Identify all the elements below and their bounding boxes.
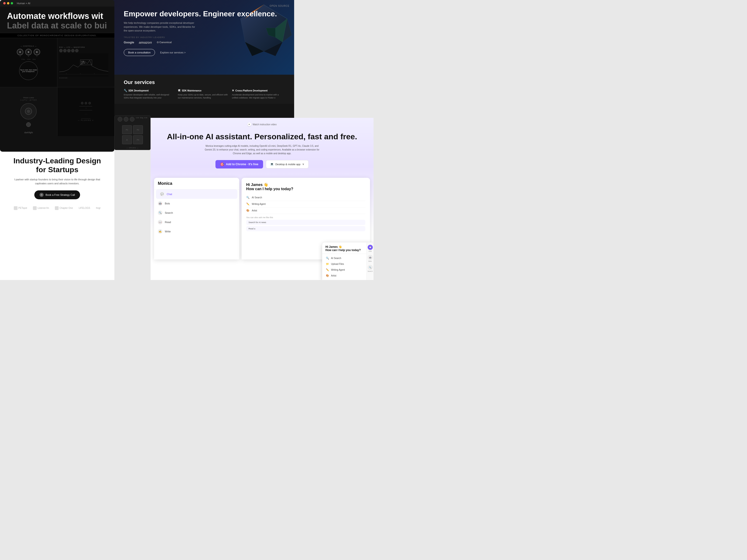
mini-side-chat[interactable]: 💬 chat	[368, 245, 373, 252]
drums-label: — DRUMS —	[126, 147, 139, 150]
watch-video-btn[interactable]: Watch instruction video	[248, 123, 277, 126]
chat-header: Monica	[154, 178, 239, 189]
knob-r: R	[25, 48, 32, 57]
chat-icon: 💬	[160, 192, 164, 196]
camera-lens	[25, 108, 32, 115]
mini-chat-label: chat	[368, 250, 371, 252]
mini-search-label: Search	[367, 270, 372, 272]
add-to-chrome-button[interactable]: 🎯 Add to Chrome · It's free	[215, 160, 263, 168]
chat-sidebar-item-write[interactable]: ✍️ Write	[154, 227, 239, 236]
devtools-window: Empower developers. Engineer excellence.…	[112, 0, 294, 118]
write-icon: ✍️	[158, 229, 162, 234]
mini-popup-items: 🔍 AI Search 📁 Upload Files ✏️ Writing Ag…	[322, 254, 374, 280]
trusted-label: TRUSTED BY INDUSTRY LEADERS	[124, 36, 282, 38]
explore-services-button[interactable]: Explore our services >	[160, 51, 186, 54]
cross-platform-icon: ✕	[232, 89, 234, 92]
brand-label: Human + AI	[17, 2, 30, 5]
chat-sidebar-item-bots[interactable]: 🤖 Bots	[154, 199, 239, 208]
mini-popup-artist[interactable]: 🎨 Artist	[324, 273, 371, 278]
service-cross-platform-name: ✕ Cross-Platform Development	[232, 89, 282, 92]
mini-side-search[interactable]: 🔍 Search	[367, 265, 372, 272]
line3	[81, 118, 91, 119]
chat-sidebar-item-read[interactable]: 📖 Read	[154, 217, 239, 227]
chat-suggestion-2[interactable]: Read a	[246, 226, 365, 231]
drum-knob-1	[118, 117, 122, 122]
search-icon: 🔍	[158, 211, 162, 215]
maximize-dot[interactable]	[11, 2, 13, 4]
drum-pad-p1[interactable]: P1	[122, 125, 132, 134]
dot-grid: · · ·	[84, 113, 87, 115]
listenerfm-icon	[33, 206, 37, 210]
mini-chat-icon: 💬	[368, 245, 373, 250]
chat-option-writing[interactable]: ✏️ Writing Agent	[246, 201, 365, 208]
mini-popup-greeting: Hi James 👋How can I help you today?	[326, 245, 370, 252]
sparkle-icon	[41, 194, 43, 196]
mini-ai-search-icon: 🔍	[326, 257, 329, 260]
devtools-hero: Empower developers. Engineer excellence.…	[112, 0, 294, 75]
tap-text: Tap to start, then shake your smartphone…	[19, 69, 37, 72]
small-knobs	[59, 49, 78, 52]
desktop-label: Desktop & mobile app	[276, 163, 301, 166]
tap-circle[interactable]: Tap to start, then shake your smartphone…	[19, 61, 38, 80]
mini-popup-writing[interactable]: ✏️ Writing Agent	[324, 267, 371, 273]
canonical-logo: ⊙ Canonical	[157, 41, 172, 44]
monica-cta-buttons: 🎯 Add to Chrome · It's free 💻 Desktop & …	[160, 160, 364, 168]
drum-pad-p4[interactable]: P4	[133, 135, 143, 144]
drum-pad-a[interactable]: A	[122, 135, 132, 144]
chat-option-artist[interactable]: 🎨 Artist	[246, 208, 365, 214]
svg-point-17	[41, 194, 43, 196]
drum-pad-p2[interactable]: P2	[133, 125, 143, 134]
camera-base	[26, 122, 31, 127]
close-dot[interactable]	[3, 2, 6, 4]
read-icon: 📖	[158, 220, 162, 224]
hero-section: Automate workflows wit Label data at sca…	[0, 6, 114, 33]
add-chrome-label: Add to Chrome · It's free	[226, 163, 258, 166]
chat-suggestion-1[interactable]: Search for AI news	[246, 220, 365, 225]
collection-banner: COLLECTION OF MONOCHROMATIC DESIGN EXPLO…	[0, 33, 114, 38]
logo-listenerfm: Listener.fm	[33, 206, 49, 210]
chrome-icon: 🎯	[220, 162, 224, 166]
knob-a: A	[16, 48, 24, 57]
monica-hero-title: All-in-one AI assistant. Personalized, f…	[160, 132, 364, 141]
service-sdk-dev-desc: Empower developers with reliable, well-d…	[124, 93, 174, 99]
chat-sidebar-item-chat[interactable]: 💬 Chat	[156, 189, 237, 199]
monica-main: Watch instruction video All-in-one AI as…	[151, 118, 374, 178]
mini-popup-ai-search[interactable]: 🔍 AI Search	[324, 255, 371, 261]
google-logo: Google	[124, 41, 134, 44]
mini-artist-icon: 🎨	[326, 274, 329, 277]
strategy-icon	[40, 193, 44, 197]
human-ai-window: Human + AI Automate workflows wit Label …	[0, 0, 114, 152]
camera-cell: Shaun Lukasショーン・ルーカス dark/light	[0, 87, 57, 136]
service-cross-platform-desc: Accelerate development and time-to-marke…	[232, 93, 282, 99]
play-icon	[248, 123, 251, 126]
desktop-icon: 💻	[270, 163, 274, 166]
chat-greeting: Hi James 👋How can I help you today?	[246, 183, 365, 191]
services-grid: 🔧 SDK Development Empower developers wit…	[124, 89, 282, 99]
camera-lens-inner	[27, 110, 30, 113]
amazon-logo: amazon	[139, 41, 152, 44]
chat-sidebar-items: 💬 Chat 🤖 Bots 🔍 Search 📖 Read ✍️ W	[154, 189, 239, 236]
petspot-icon	[14, 206, 18, 210]
service-sdk-maint: 🛠 SDK Maintenance Keep your SDKs up-to-d…	[178, 89, 229, 99]
mini-popup-upload[interactable]: 📁 Upload Files	[324, 261, 371, 267]
writing-icon: ✏️	[246, 203, 250, 206]
chat-option-ai-search[interactable]: 🔍 AI Search	[246, 194, 365, 201]
title-bar: Human + AI	[0, 0, 114, 6]
mini-popup-header: Hi James 👋How can I help you today?	[322, 242, 374, 254]
strategy-call-label: Book a Free Strategy Call	[46, 193, 75, 196]
sdk-dev-icon: 🔧	[124, 89, 127, 92]
startup-title: Industry-Leading Design for Startups	[9, 156, 105, 174]
strategy-call-button[interactable]: Book a Free Strategy Call	[34, 190, 80, 199]
minimize-dot[interactable]	[7, 2, 9, 4]
mini-side-bots[interactable]: 🤖 Bots	[368, 255, 373, 262]
chat-sidebar-item-search[interactable]: 🔍 Search	[154, 208, 239, 217]
drum-knobs-row: 0.50 Ektg 0.50	[116, 116, 149, 123]
line2	[79, 110, 92, 110]
footer-logos: PETspot Listener.fm Chapter One LIFELOGS…	[9, 206, 105, 210]
artist-icon: 🎨	[246, 209, 250, 212]
mini-writing-icon: ✏️	[326, 268, 329, 271]
desktop-mobile-button[interactable]: 💻 Desktop & mobile app ∨	[266, 160, 309, 168]
service-sdk-dev: 🔧 SDK Development Empower developers wit…	[124, 89, 174, 99]
book-consultation-button[interactable]: Book a consultation	[124, 49, 155, 56]
services-title: Our services	[124, 79, 282, 85]
